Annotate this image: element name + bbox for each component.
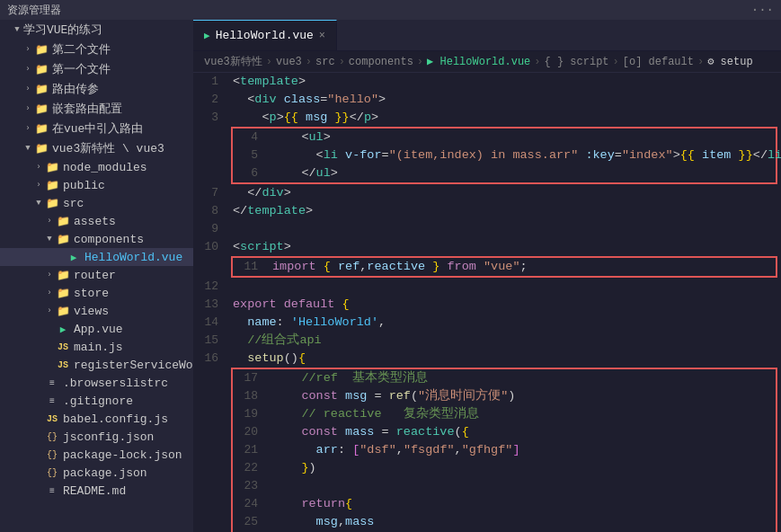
sidebar-item-nested-route[interactable]: › 📁 嵌套路由配置 xyxy=(0,99,193,119)
vue-tab-icon: ▶ xyxy=(204,30,210,41)
js-icon: JS xyxy=(45,412,59,426)
sidebar-item-helloworld[interactable]: ▶ HelloWorld.vue xyxy=(0,248,193,266)
arrow-icon xyxy=(32,395,45,407)
sidebar-item-route-pass[interactable]: › 📁 路由传参 xyxy=(0,79,193,99)
folder-icon: 📁 xyxy=(45,178,59,192)
sidebar-item-router[interactable]: › 📁 router xyxy=(0,266,193,284)
sidebar-item-public[interactable]: › 📁 public xyxy=(0,176,193,194)
code-line-23: 23 xyxy=(233,477,776,495)
tab-close-button[interactable]: × xyxy=(319,30,325,42)
arrow-icon: ▼ xyxy=(43,233,56,245)
sidebar-item-register-sw[interactable]: JS registerServiceWorker.js xyxy=(0,356,193,374)
sidebar-item-package-lock[interactable]: {} package-lock.json xyxy=(0,446,193,464)
code-line-20: 20 const mass = reactive({ xyxy=(233,423,776,441)
line-num: 20 xyxy=(233,423,269,441)
sidebar-item-app-vue[interactable]: ▶ App.vue xyxy=(0,320,193,338)
item-label: App.vue xyxy=(74,323,123,336)
highlight-box-template: 4 <ul> 5 <li v-for="(item,index) in mass… xyxy=(231,127,777,184)
sidebar-item-readme[interactable]: ≡ README.md xyxy=(0,482,193,500)
folder-icon: 📁 xyxy=(34,62,49,76)
line-content: }) xyxy=(269,459,776,477)
item-label: 嵌套路由配置 xyxy=(52,101,122,117)
code-line-22: 22 }) xyxy=(233,459,776,477)
file-icon: ≡ xyxy=(45,394,59,408)
line-content: //组合式api xyxy=(229,332,781,350)
item-label: src xyxy=(63,197,84,210)
breadcrumb-item-file: ▶ HelloWorld.vue xyxy=(427,55,530,68)
line-num: 19 xyxy=(233,405,269,423)
line-num: 18 xyxy=(233,387,269,405)
sidebar-item-store[interactable]: › 📁 store xyxy=(0,284,193,302)
line-num: 14 xyxy=(193,314,229,332)
arrow-icon: ▼ xyxy=(11,23,23,36)
folder-icon: 📁 xyxy=(45,196,59,210)
folder-icon: 📁 xyxy=(34,82,49,96)
item-label: 在vue中引入路由 xyxy=(52,120,143,137)
code-line-6: 6 </ul> xyxy=(233,164,776,182)
arrow-icon: › xyxy=(43,287,56,299)
sidebar-item-components[interactable]: ▼ 📁 components xyxy=(0,230,193,248)
line-content: export default { xyxy=(229,296,781,314)
item-label: .browserslistrc xyxy=(63,377,168,390)
sidebar-item-vue3-new[interactable]: ▼ 📁 vue3新特性 \ vue3 xyxy=(0,138,193,158)
code-line-19: 19 // reactive 复杂类型消息 xyxy=(233,405,776,423)
sidebar-item-package-json[interactable]: {} package.json xyxy=(0,464,193,482)
code-editor[interactable]: 1 <template> 2 <div class="hello"> 3 <p>… xyxy=(193,73,781,532)
tab-helloworld[interactable]: ▶ HelloWorld.vue × xyxy=(193,20,337,50)
js-icon: JS xyxy=(56,358,70,372)
line-content: name: 'HelloWorld', xyxy=(229,314,781,332)
line-content: return{ xyxy=(269,495,776,513)
code-line-10: 10 <script> xyxy=(193,238,781,256)
code-line-4: 4 <ul> xyxy=(233,129,776,146)
main-layout: ▼ 学习VUE的练习 › 📁 第二个文件 › 📁 第一个文件 › 📁 路由传参 … xyxy=(0,20,781,532)
breadcrumb-item-default: [o] default xyxy=(623,56,694,68)
arrow-icon xyxy=(43,359,56,371)
sidebar-item-second-file[interactable]: › 📁 第二个文件 xyxy=(0,40,193,59)
highlight-box-setup: 17 //ref 基本类型消息 18 const msg = ref("消息时间… xyxy=(231,368,777,532)
arrow-icon: › xyxy=(43,269,56,281)
sidebar-item-jsconfig-json[interactable]: {} jsconfig.json xyxy=(0,428,193,446)
code-line-8: 8 </template> xyxy=(193,202,781,220)
item-label: node_modules xyxy=(63,161,147,174)
sidebar-item-node-modules[interactable]: › 📁 node_modules xyxy=(0,158,193,176)
sidebar-item-src[interactable]: ▼ 📁 src xyxy=(0,194,193,212)
line-num: 7 xyxy=(193,184,229,202)
code-line-17: 17 //ref 基本类型消息 xyxy=(233,369,776,387)
code-line-25: 25 msg,mass xyxy=(233,513,776,531)
line-num: 8 xyxy=(193,202,229,220)
tab-bar: ▶ HelloWorld.vue × xyxy=(193,20,781,51)
sidebar-item-first-file[interactable]: › 📁 第一个文件 xyxy=(0,59,193,79)
sidebar-item-views[interactable]: › 📁 views xyxy=(0,302,193,320)
arrow-icon xyxy=(43,341,56,353)
line-num: 15 xyxy=(193,332,229,350)
line-content: import { ref,reactive } from "vue"; xyxy=(269,258,776,276)
sidebar-item-browserslistrc[interactable]: ≡ .browserslistrc xyxy=(0,374,193,392)
sidebar-item-assets[interactable]: › 📁 assets xyxy=(0,212,193,230)
line-num: 2 xyxy=(193,91,229,109)
arrow-icon xyxy=(32,448,45,461)
sidebar-item-babel-config[interactable]: JS babel.config.js xyxy=(0,410,193,428)
folder-icon: 📁 xyxy=(34,121,49,136)
arrow-icon xyxy=(54,251,67,263)
arrow-icon: ▼ xyxy=(22,142,34,155)
sidebar-item-main-js[interactable]: JS main.js xyxy=(0,338,193,356)
line-content: </template> xyxy=(229,202,781,220)
item-label: public xyxy=(63,179,105,192)
code-line-21: 21 arr: ["dsf","fsgdf","gfhgf"] xyxy=(233,441,776,459)
item-label: assets xyxy=(74,215,116,228)
json-icon: {} xyxy=(45,448,59,462)
title-bar-dots[interactable]: ··· xyxy=(751,3,774,17)
item-label: vue3新特性 \ vue3 xyxy=(52,140,164,156)
breadcrumb-item-setup: ⚙ setup xyxy=(707,55,752,68)
sidebar-item-root[interactable]: ▼ 学习VUE的练习 xyxy=(0,20,193,40)
item-label: README.md xyxy=(63,484,126,498)
sidebar-item-gitignore[interactable]: ≡ .gitignore xyxy=(0,392,193,410)
folder-icon: 📁 xyxy=(56,268,70,282)
item-label: package-lock.json xyxy=(63,448,182,462)
sidebar-item-vue-import[interactable]: › 📁 在vue中引入路由 xyxy=(0,119,193,138)
arrow-icon: ▼ xyxy=(32,197,45,209)
line-content: setup(){ xyxy=(229,350,781,368)
line-content: </ul> xyxy=(269,164,776,182)
line-num: 9 xyxy=(193,220,229,238)
item-label: store xyxy=(74,287,109,300)
